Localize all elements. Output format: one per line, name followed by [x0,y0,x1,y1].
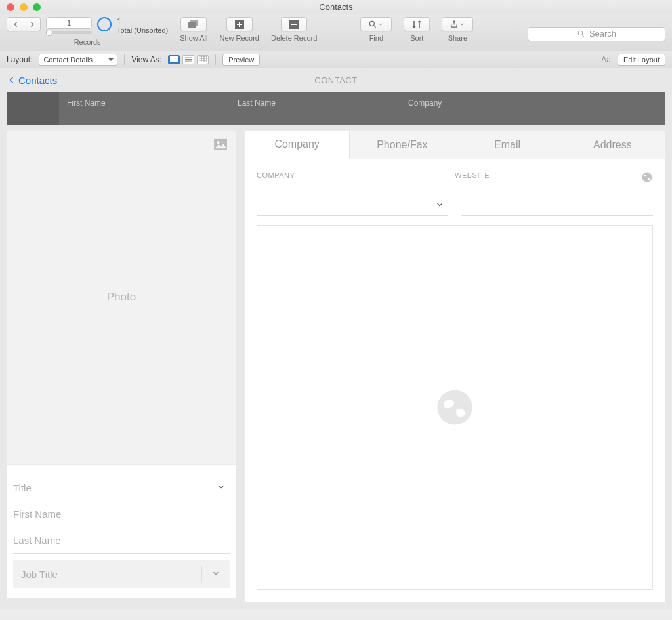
header-company: Company [400,98,665,108]
tab-phone[interactable]: Phone/Fax [350,131,455,159]
chevron-down-icon [435,200,444,211]
breadcrumb: Contacts CONTACT [0,68,672,92]
right-column: Company Phone/Fax Email Address COMPANY … [244,130,665,602]
minus-icon [289,20,299,29]
tab-email[interactable]: Email [455,131,560,159]
list-view-icon [184,56,192,62]
find-label: Find [369,34,383,42]
svg-rect-6 [170,56,178,62]
sort-label: Sort [410,34,423,42]
show-all-button[interactable] [180,17,207,31]
chevron-down-icon [459,21,465,28]
search-icon [577,30,585,38]
record-count: 1 [117,17,168,26]
tab-address-label: Address [593,139,632,151]
title-placeholder: Title [13,482,32,493]
photo-field[interactable]: Photo [7,130,236,465]
view-table-button[interactable] [197,55,209,64]
records-label: Records [74,38,101,46]
tab-company-label: Company [274,138,319,150]
header-last-name: Last Name [230,98,400,108]
chevron-down-icon [217,482,226,493]
svg-point-4 [370,21,375,26]
chevron-right-icon [28,20,37,29]
search-input[interactable]: Search [528,27,665,41]
preview-label: Preview [228,56,254,64]
job-title-field[interactable]: Job Title [13,560,230,588]
share-icon [450,20,459,29]
view-form-button[interactable] [168,55,180,64]
web-viewer[interactable] [257,225,653,590]
page-title: CONTACT [0,75,672,85]
preview-button[interactable]: Preview [222,54,260,66]
chevron-left-icon [11,20,20,29]
plus-icon [235,20,244,29]
svg-point-8 [217,141,220,144]
prev-record-button[interactable] [7,17,24,31]
header-first-name: First Name [59,98,230,108]
delete-record-label: Delete Record [271,34,317,42]
first-name-field[interactable]: First Name [13,501,230,527]
svg-point-5 [578,31,583,35]
edit-layout-button[interactable]: Edit Layout [618,54,665,66]
svg-point-10 [437,390,472,424]
delete-record-button[interactable] [281,17,307,31]
table-header-row: First Name Last Name Company [7,92,665,125]
found-set-pie-icon[interactable] [97,17,112,31]
record-totals: 1 Total (Unsorted) [117,17,168,35]
record-index: 1 [67,19,71,27]
website-field[interactable] [461,197,653,216]
chevron-down-icon [211,569,220,580]
toolbar: 1 1 Total (Unsorted) Records Show All Ne… [0,14,672,51]
company-field[interactable] [257,197,448,216]
left-column: Photo Title First Name Last Name Job Tit… [7,130,236,602]
main-content: First Name Last Name Company Photo Title [0,92,672,609]
job-title-placeholder: Job Title [21,569,58,580]
detail-tabs: Company Phone/Fax Email Address [245,131,665,159]
tab-address[interactable]: Address [560,131,665,159]
tab-email-label: Email [494,139,520,151]
view-as-label: View As: [131,55,161,64]
first-name-placeholder: First Name [13,508,61,520]
table-view-icon [199,56,207,62]
records-group: 1 1 Total (Unsorted) Records [7,17,168,46]
tab-company-body: COMPANY WEBSITE [245,159,665,602]
svg-point-9 [642,173,652,182]
layout-bar: Layout: Contact Details View As: Preview… [0,51,672,68]
find-button[interactable] [360,17,392,31]
form-view-icon [170,56,178,62]
text-format-button[interactable]: Aa [601,55,611,64]
search-icon [368,20,377,29]
website-field-label: WEBSITE [455,171,490,184]
tab-company[interactable]: Company [245,131,350,159]
new-record-label: New Record [219,34,259,42]
photo-label: Photo [107,291,136,304]
globe-placeholder-icon [436,388,474,426]
image-icon [213,138,228,154]
titlebar: Contacts [0,0,672,14]
view-list-button[interactable] [182,55,194,64]
window-title: Contacts [0,2,672,12]
next-record-button[interactable] [24,17,41,31]
title-field[interactable]: Title [13,475,230,501]
record-status: Total (Unsorted) [117,26,168,35]
new-record-button[interactable] [226,17,253,31]
share-button[interactable] [442,17,473,31]
layout-value: Contact Details [43,56,93,64]
company-field-label: COMPANY [257,171,455,184]
header-photo-cell [7,92,59,125]
search-placeholder: Search [589,29,616,39]
svg-rect-1 [188,22,196,28]
share-label: Share [448,34,467,42]
chevron-down-icon [377,21,384,28]
last-name-field[interactable]: Last Name [13,527,230,554]
globe-icon[interactable] [641,171,653,184]
tab-phone-label: Phone/Fax [377,139,427,151]
layout-label: Layout: [7,55,32,64]
sort-button[interactable] [404,17,430,31]
layout-select[interactable]: Contact Details [39,54,117,66]
stack-icon [188,20,200,29]
record-slider[interactable]: 1 [46,17,92,34]
edit-layout-label: Edit Layout [623,56,660,64]
last-name-placeholder: Last Name [13,535,61,546]
